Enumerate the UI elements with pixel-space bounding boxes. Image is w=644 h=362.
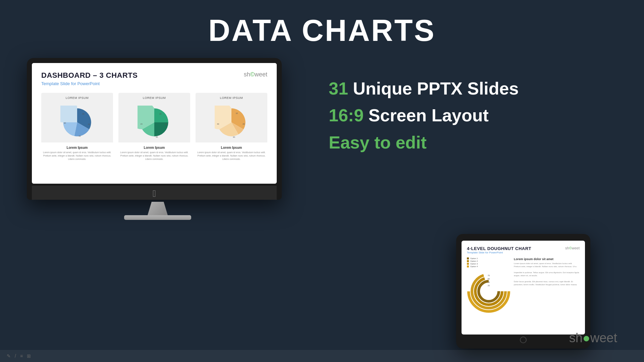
slide-subtitle: Template Slide for PowerPoint <box>41 81 267 86</box>
bottom-toolbar: ✎ / ≡ ⊞ <box>0 350 644 362</box>
slide-title: DASHBOARD – 3 CHARTS <box>41 71 267 80</box>
chart-desc-title-1: Lorem Ipsum <box>43 146 112 149</box>
option-row-1: Option 1 <box>467 257 511 259</box>
option-row-4: Option 4 <box>467 265 511 267</box>
pie-container-1: 25 25 30 40 <box>45 102 110 142</box>
option-row-3: Option 3 <box>467 263 511 265</box>
toolbar-list-icon[interactable]: ≡ <box>20 353 23 359</box>
option-color-3 <box>467 263 469 265</box>
brand-text-weet: weet <box>590 331 617 345</box>
brand-icon: ● <box>583 331 590 345</box>
tablet-options: Option 1 Option 2 Option 3 Option 4 <box>467 257 511 267</box>
brand-text-sh: sh <box>569 331 583 345</box>
svg-text:30: 30 <box>64 122 66 124</box>
pie-chart-2: 20 30 15 35 <box>138 106 171 139</box>
info-text-1: Unique PPTX Slides <box>348 79 519 98</box>
content-area: DASHBOARD – 3 CHARTS Template Slide for … <box>0 48 644 220</box>
donut-chart: 75 65 45 25 <box>467 269 511 313</box>
pie-container-3: 10 20 40 30 <box>199 102 264 142</box>
monitor-base <box>124 215 191 220</box>
chart-desc-text-1: Lorem ipsum dolor sit amet, quam id eros… <box>43 151 112 161</box>
pie-container-2: 20 30 15 35 <box>122 102 187 142</box>
monitor-mockup: DASHBOARD – 3 CHARTS Template Slide for … <box>27 58 288 220</box>
apple-logo:  <box>32 186 277 200</box>
svg-text:20: 20 <box>243 123 245 125</box>
toolbar-slash-icon[interactable]: / <box>15 353 16 359</box>
slide-brand: sh©weet <box>244 71 267 78</box>
svg-text:40: 40 <box>78 135 81 137</box>
option-color-2 <box>467 260 469 262</box>
monitor-screen: DASHBOARD – 3 CHARTS Template Slide for … <box>32 63 277 184</box>
option-label-1: Option 1 <box>470 257 478 259</box>
option-label-4: Option 4 <box>470 265 478 267</box>
option-label-2: Option 2 <box>470 260 478 262</box>
tablet-text-title: Lorem ipsum dolor sit amet <box>514 257 580 261</box>
pie-chart-1: 25 25 30 40 <box>60 106 94 139</box>
option-label-3: Option 3 <box>470 263 478 265</box>
info-green-2: 16:9 <box>329 106 364 125</box>
option-color-1 <box>467 257 469 259</box>
option-color-4 <box>467 265 469 267</box>
toolbar-grid-icon[interactable]: ⊞ <box>27 353 31 359</box>
svg-text:35: 35 <box>156 136 158 138</box>
charts-row: LOREM IPSUM 25 25 <box>41 93 267 163</box>
brand-bottom: sh ● weet <box>569 331 617 345</box>
toolbar-pencil-icon[interactable]: ✎ <box>7 353 11 359</box>
chart-item-2: LOREM IPSUM 20 30 15 <box>118 93 190 163</box>
chart-label-3: LOREM IPSUM <box>199 96 264 100</box>
tablet-content: Option 1 Option 2 Option 3 Option 4 <box>467 257 580 314</box>
chart-desc-text-2: Lorem ipsum dolor sit amet, quam id eros… <box>120 151 189 161</box>
chart-desc-1: Lorem Ipsum Lorem ipsum dolor sit amet, … <box>41 142 113 163</box>
chart-label-2: LOREM IPSUM <box>122 96 187 100</box>
chart-desc-2: Lorem Ipsum Lorem ipsum dolor sit amet, … <box>118 142 190 163</box>
chart-desc-3: Lorem Ipsum Lorem ipsum dolor sit amet, … <box>196 142 267 163</box>
tablet-slide-subtitle: Template Slide for PowerPoint <box>467 251 580 254</box>
chart-desc-text-3: Lorem ipsum dolor sit amet, quam id eros… <box>197 151 266 161</box>
tablet-slide-title: 4-Level Doughnut Chart <box>467 246 580 251</box>
chart-label-1: LOREM IPSUM <box>45 96 110 100</box>
monitor-frame: DASHBOARD – 3 CHARTS Template Slide for … <box>27 58 282 200</box>
svg-text:30: 30 <box>165 123 167 125</box>
svg-text:20: 20 <box>159 113 162 115</box>
tablet-screen: 4-Level Doughnut Chart Template Slide fo… <box>462 241 585 335</box>
tablet-text-area: Lorem ipsum dolor sit amet Lorem ipsum d… <box>514 257 580 286</box>
svg-text:25: 25 <box>88 123 90 125</box>
chart-item-1: LOREM IPSUM 25 25 <box>41 93 113 163</box>
info-text-2: Screen Layout <box>364 106 489 125</box>
donut-area: Option 1 Option 2 Option 3 Option 4 <box>467 257 511 314</box>
info-green-1: 31 <box>329 79 348 98</box>
svg-text:65: 65 <box>488 278 490 280</box>
info-line-3: Easy to edit <box>329 132 617 153</box>
chart-desc-title-2: Lorem Ipsum <box>120 146 189 149</box>
svg-text:40: 40 <box>217 123 219 125</box>
right-info: 31 Unique PPTX Slides 16:9 Screen Layout… <box>288 58 617 159</box>
monitor-neck <box>148 202 168 215</box>
monitor-slide: DASHBOARD – 3 CHARTS Template Slide for … <box>32 63 277 184</box>
svg-text:30: 30 <box>233 136 235 138</box>
chart-item-3: LOREM IPSUM 10 20 40 <box>196 93 267 163</box>
page-title: DATA CHARTS <box>0 0 644 48</box>
info-green-3: Easy to edit <box>329 133 427 152</box>
svg-text:45: 45 <box>488 281 490 283</box>
tablet-text-body: Lorem ipsum dolor sit amet, quam id eros… <box>514 262 580 286</box>
svg-text:25: 25 <box>82 113 84 115</box>
info-line-1: 31 Unique PPTX Slides <box>329 78 617 99</box>
svg-text:15: 15 <box>140 123 142 125</box>
tablet-brand: sh©weet <box>565 246 580 250</box>
svg-text:25: 25 <box>488 285 490 287</box>
svg-text:75: 75 <box>488 275 490 277</box>
pie-chart-3: 10 20 40 30 <box>215 106 248 139</box>
tablet-home-button <box>520 337 527 343</box>
chart-desc-title-3: Lorem Ipsum <box>197 146 266 149</box>
svg-text:10: 10 <box>236 112 238 114</box>
info-line-2: 16:9 Screen Layout <box>329 105 617 126</box>
svg-point-15 <box>479 281 499 301</box>
option-row-2: Option 2 <box>467 260 511 262</box>
